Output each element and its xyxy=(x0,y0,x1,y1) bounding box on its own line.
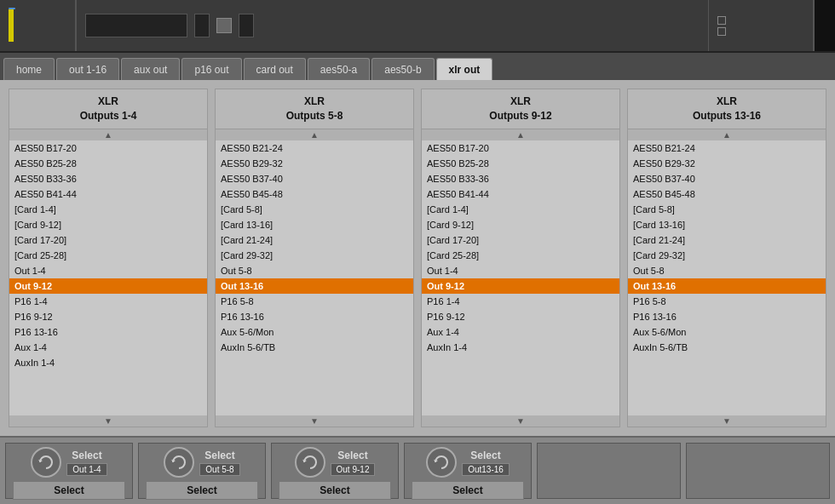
scroll-down-4[interactable]: ▼ xyxy=(628,415,826,427)
transport-time1 xyxy=(194,14,210,37)
list-item[interactable]: AuxIn 1-4 xyxy=(9,355,207,370)
list-item[interactable]: AES50 B17-20 xyxy=(422,140,619,156)
scroll-down-2[interactable]: ▼ xyxy=(216,415,413,427)
list-item[interactable]: P16 1-4 xyxy=(9,294,207,309)
xlr-header-3: XLROutputs 9-12 xyxy=(422,89,619,129)
list-item[interactable]: [Card 25-28] xyxy=(9,248,207,263)
select-rotate-icon-2[interactable] xyxy=(164,447,194,478)
list-item[interactable]: Out 9-12 xyxy=(9,278,207,294)
xlr-list-2: AES50 B21-24AES50 B29-32AES50 B37-40AES5… xyxy=(216,140,413,415)
list-item[interactable]: AES50 B25-28 xyxy=(9,156,207,171)
select-rotate-icon-4[interactable] xyxy=(426,447,457,478)
list-item[interactable]: Out 13-16 xyxy=(216,278,413,294)
nav-tabs: homeout 1-16aux outp16 outcard outaes50-… xyxy=(0,53,835,80)
list-item[interactable]: Aux 1-4 xyxy=(9,340,207,355)
scroll-up-4[interactable]: ▲ xyxy=(628,129,826,140)
empty-control-group-1 xyxy=(537,443,681,499)
list-item[interactable]: AES50 B45-48 xyxy=(628,186,826,202)
transport-name-field[interactable] xyxy=(85,14,187,37)
list-item[interactable]: AES50 B33-36 xyxy=(422,171,619,186)
list-item[interactable]: AES50 B45-48 xyxy=(216,186,413,202)
stop-button[interactable] xyxy=(216,18,232,33)
list-item[interactable]: P16 5-8 xyxy=(216,294,413,309)
meters-area xyxy=(708,0,813,51)
select-group-2: SelectOut 5-8Select xyxy=(138,443,266,499)
list-item[interactable]: AuxIn 5-6/TB xyxy=(216,340,413,355)
list-item[interactable]: P16 9-12 xyxy=(422,309,619,324)
list-item[interactable]: AES50 B33-36 xyxy=(9,171,207,186)
list-item[interactable]: AES50 B25-28 xyxy=(422,156,619,171)
select-rotate-icon-1[interactable] xyxy=(31,447,61,478)
list-item[interactable]: P16 1-4 xyxy=(422,294,619,309)
list-item[interactable]: Aux 5-6/Mon xyxy=(628,324,826,340)
xlr-column-3: XLROutputs 9-12▲AES50 B17-20AES50 B25-28… xyxy=(421,89,620,427)
list-item[interactable]: Out 1-4 xyxy=(9,263,207,278)
list-item[interactable]: [Card 29-32] xyxy=(628,248,826,263)
tab-card-out[interactable]: card out xyxy=(244,58,306,80)
list-item[interactable]: [Card 5-8] xyxy=(216,202,413,217)
tab-aes50-b[interactable]: aes50-b xyxy=(371,58,434,80)
list-item[interactable]: [Card 25-28] xyxy=(422,248,619,263)
list-item[interactable]: AES50 B17-20 xyxy=(9,140,207,156)
list-item[interactable]: [Card 13-16] xyxy=(628,217,826,232)
select-button-4[interactable]: Select xyxy=(412,481,524,500)
tab-aux-out[interactable]: aux out xyxy=(121,58,180,80)
list-item[interactable]: Out 5-8 xyxy=(216,263,413,278)
tab-aes50-a[interactable]: aes50-a xyxy=(308,58,370,80)
list-item[interactable]: Aux 5-6/Mon xyxy=(216,324,413,340)
list-item[interactable]: AES50 B29-32 xyxy=(216,156,413,171)
select-rotate-icon-3[interactable] xyxy=(295,447,325,478)
tab-out1-16[interactable]: out 1-16 xyxy=(56,58,119,80)
list-item[interactable]: P16 9-12 xyxy=(9,309,207,324)
select-value-4: Out13-16 xyxy=(462,463,510,476)
xlr-header-4: XLROutputs 13-16 xyxy=(628,89,826,129)
list-item[interactable]: AES50 B41-44 xyxy=(9,186,207,202)
list-item[interactable]: [Card 17-20] xyxy=(422,232,619,248)
list-item[interactable]: AuxIn 1-4 xyxy=(422,340,619,355)
list-item[interactable]: AES50 B29-32 xyxy=(628,156,826,171)
scroll-down-3[interactable]: ▼ xyxy=(422,415,619,427)
select-value-3: Out 9-12 xyxy=(331,463,376,476)
list-item[interactable]: Out 9-12 xyxy=(422,278,619,294)
select-button-3[interactable]: Select xyxy=(279,481,391,500)
list-item[interactable]: Out 1-4 xyxy=(422,263,619,278)
list-item[interactable]: [Card 9-12] xyxy=(9,217,207,232)
list-item[interactable]: AES50 B41-44 xyxy=(422,186,619,202)
list-item[interactable]: Aux 1-4 xyxy=(422,324,619,340)
transport-area xyxy=(77,0,708,51)
list-item[interactable]: [Card 5-8] xyxy=(628,202,826,217)
list-item[interactable]: AES50 B21-24 xyxy=(628,140,826,156)
list-item[interactable]: [Card 1-4] xyxy=(9,202,207,217)
tab-p16-out[interactable]: p16 out xyxy=(181,58,241,80)
list-item[interactable]: [Card 21-24] xyxy=(216,232,413,248)
list-item[interactable]: [Card 9-12] xyxy=(422,217,619,232)
list-item[interactable]: [Card 29-32] xyxy=(216,248,413,263)
xlr-list-3: AES50 B17-20AES50 B25-28AES50 B33-36AES5… xyxy=(422,140,619,415)
tab-home[interactable]: home xyxy=(3,58,55,80)
scroll-up-1[interactable]: ▲ xyxy=(9,129,207,140)
list-item[interactable]: P16 13-16 xyxy=(216,309,413,324)
select-value-2: Out 5-8 xyxy=(199,463,239,476)
list-item[interactable]: Out 13-16 xyxy=(628,278,826,294)
tab-xlr-out[interactable]: xlr out xyxy=(436,58,493,80)
list-item[interactable]: [Card 1-4] xyxy=(422,202,619,217)
list-item[interactable]: [Card 17-20] xyxy=(9,232,207,248)
select-group-1: SelectOut 1-4Select xyxy=(5,443,133,499)
scroll-down-1[interactable]: ▼ xyxy=(9,415,207,427)
list-item[interactable]: P16 13-16 xyxy=(9,324,207,340)
list-item[interactable]: P16 5-8 xyxy=(628,294,826,309)
list-item[interactable]: [Card 13-16] xyxy=(216,217,413,232)
list-item[interactable]: [Card 21-24] xyxy=(628,232,826,248)
scroll-up-3[interactable]: ▲ xyxy=(422,129,619,140)
list-item[interactable]: AuxIn 5-6/TB xyxy=(628,340,826,355)
list-item[interactable]: P16 13-16 xyxy=(628,309,826,324)
select-button-1[interactable]: Select xyxy=(13,481,125,500)
scroll-up-2[interactable]: ▲ xyxy=(216,129,413,140)
list-item[interactable]: AES50 B21-24 xyxy=(216,140,413,156)
list-item[interactable]: AES50 B37-40 xyxy=(628,171,826,186)
list-item[interactable]: AES50 B37-40 xyxy=(216,171,413,186)
list-item[interactable]: Out 5-8 xyxy=(628,263,826,278)
clock xyxy=(813,0,835,51)
top-bar xyxy=(0,0,835,53)
select-button-2[interactable]: Select xyxy=(146,481,258,500)
